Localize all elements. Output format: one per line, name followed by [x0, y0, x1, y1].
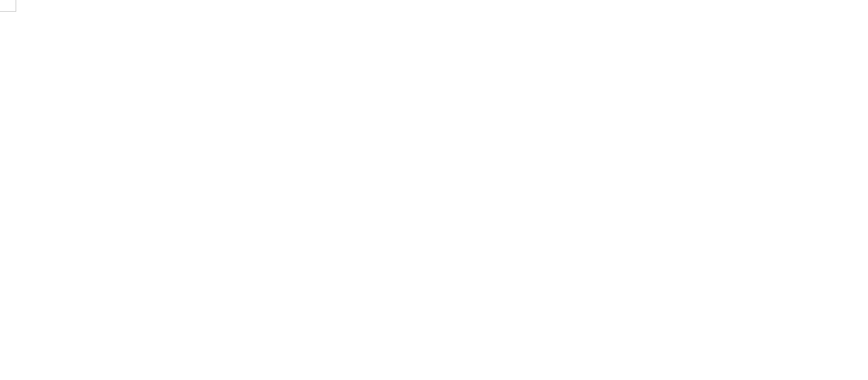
column-headers-row [0, 0, 868, 12]
spreadsheet[interactable] [0, 0, 868, 12]
select-all-corner[interactable] [0, 0, 16, 12]
